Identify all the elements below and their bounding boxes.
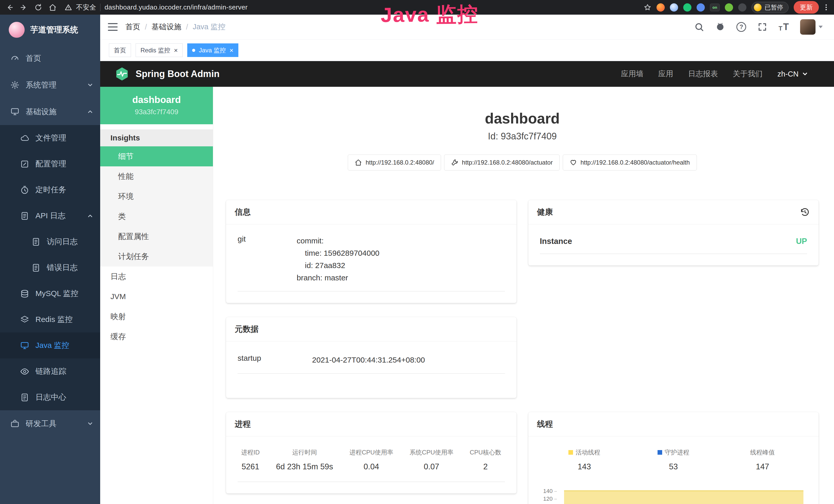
clock-icon (20, 185, 29, 194)
history-icon[interactable] (799, 207, 810, 217)
info-git-row: git commit: time: 1596289704000 id: 27aa… (238, 235, 505, 292)
browser-toolbar-right: 已暂停 更新 (644, 1, 828, 14)
forward-icon[interactable] (20, 4, 28, 11)
sba-nav-journal[interactable]: 日志报表 (688, 69, 718, 79)
sidebar-item-access-log[interactable]: 访问日志 (0, 229, 100, 255)
sba-brand[interactable]: Spring Boot Admin (114, 67, 220, 82)
tags-view-bar: 首页 Redis 监控 Java 监控 (100, 40, 834, 61)
app-title: 芋道管理系统 (30, 24, 78, 35)
sba-menu-config-props[interactable]: 配置属性 (100, 226, 213, 247)
stat-peak-threads: 线程峰值 147 (718, 448, 807, 472)
url-text[interactable]: dashboard.yudao.iocoder.cn/infra/admin-s… (105, 3, 248, 11)
user-menu[interactable] (800, 19, 823, 35)
profile-paused-badge[interactable]: 已暂停 (751, 2, 789, 13)
sba-instance-header[interactable]: dashboard 93a3fc7f7409 (100, 87, 213, 124)
sidebar-item-infra[interactable]: 基础设施 (0, 98, 100, 125)
sidebar-item-file[interactable]: 文件管理 (0, 125, 100, 151)
font-size-icon[interactable] (778, 22, 789, 31)
edit-icon (20, 159, 29, 169)
sidebar-item-log-center[interactable]: 日志中心 (0, 384, 100, 410)
document-icon (31, 263, 41, 272)
stat-uptime: 运行时间 6d 23h 15m 59s (276, 448, 333, 472)
extension-fox-icon[interactable] (657, 3, 665, 12)
sba-menu-logs[interactable]: 日志 (100, 267, 213, 287)
caret-down-icon (818, 26, 823, 28)
sidebar-item-home[interactable]: 首页 (0, 45, 100, 72)
address-bar[interactable]: 不安全 dashboard.yudao.iocoder.cn/infra/adm… (65, 3, 248, 12)
sba-nav-applications[interactable]: 应用 (658, 69, 673, 79)
card-title: 健康 (537, 207, 553, 217)
sidebar-item-system[interactable]: 系统管理 (0, 72, 100, 98)
sidebar-item-redis[interactable]: Redis 监控 (0, 306, 100, 333)
sidebar-item-job[interactable]: 定时任务 (0, 177, 100, 203)
extension-green-icon[interactable] (683, 3, 692, 12)
extension-dark-icon[interactable] (738, 3, 746, 12)
layers-icon (20, 315, 29, 324)
tab-java-monitor[interactable]: Java 监控 (187, 43, 238, 57)
sba-menu-classes[interactable]: 类 (100, 206, 213, 226)
process-card: 进程 进程ID 5261 运行时间 (226, 412, 517, 494)
search-icon[interactable] (694, 22, 704, 32)
home-icon[interactable] (49, 4, 57, 11)
fullscreen-icon[interactable] (758, 22, 767, 32)
threads-chart: 140 120 100 (540, 484, 807, 504)
sba-menu-mappings[interactable]: 映射 (100, 306, 213, 327)
tab-redis-monitor[interactable]: Redis 监控 (136, 43, 183, 57)
service-url-button[interactable]: http://192.168.0.2:48080/ (348, 155, 441, 170)
sba-locale-select[interactable]: zh-CN (777, 70, 808, 78)
breadcrumb-home[interactable]: 首页 (125, 22, 140, 32)
card-title: 信息 (235, 207, 251, 217)
stat-live-threads: 活动线程 143 (540, 448, 629, 472)
health-url-button[interactable]: http://192.168.0.2:48080/actuator/health (563, 155, 697, 170)
reload-icon[interactable] (35, 4, 42, 11)
instance-subtitle: Id: 93a3fc7f7409 (226, 131, 818, 142)
bookmark-star-icon[interactable] (644, 4, 651, 11)
back-icon[interactable] (6, 4, 13, 11)
spring-boot-admin-frame: Spring Boot Admin 应用墙 应用 日志报表 关于我们 zh-CN (100, 61, 834, 504)
app-logo-avatar (9, 22, 25, 38)
sba-main-content: dashboard Id: 93a3fc7f7409 http://192.16… (213, 87, 834, 504)
tab-home[interactable]: 首页 (109, 43, 131, 57)
app-logo-row[interactable]: 芋道管理系统 (0, 15, 100, 45)
instance-name: dashboard (103, 94, 211, 105)
extension-drop-icon[interactable] (670, 3, 678, 12)
actuator-url-button[interactable]: http://192.168.0.2:48080/actuator (444, 155, 560, 170)
profile-avatar-icon (754, 4, 762, 11)
browser-chrome: 不安全 dashboard.yudao.iocoder.cn/infra/adm… (0, 0, 834, 15)
sba-menu-environment[interactable]: 环境 (100, 186, 213, 206)
stat-process-cpu: 进程CPU使用率 0.04 (349, 448, 393, 472)
extension-grid-icon[interactable] (697, 3, 705, 12)
process-stats-row: 进程ID 5261 运行时间 6d 23h 15m 59s (238, 447, 505, 482)
sidebar-item-mysql[interactable]: MySQL 监控 (0, 281, 100, 306)
sba-menu-scheduled-tasks[interactable]: 计划任务 (100, 247, 213, 267)
breadcrumb-current: Java 监控 (193, 22, 225, 32)
extension-leaf-icon[interactable] (725, 3, 733, 12)
live-threads-area (564, 490, 804, 504)
sidebar-item-trace[interactable]: 链路追踪 (0, 359, 100, 384)
browser-menu-icon[interactable] (824, 4, 828, 10)
sidebar-item-api-log[interactable]: API 日志 (0, 203, 100, 229)
tab-close-icon[interactable] (229, 47, 234, 54)
browser-update-button[interactable]: 更新 (794, 1, 819, 14)
sba-menu-details[interactable]: 细节 (100, 146, 213, 166)
briefcase-icon (10, 419, 20, 428)
sba-nav-about[interactable]: 关于我们 (733, 69, 763, 79)
sba-menu-section-insights: Insights (100, 130, 213, 146)
sidebar-item-config[interactable]: 配置管理 (0, 151, 100, 177)
sidebar-item-error-log[interactable]: 错误日志 (0, 255, 100, 281)
github-icon[interactable] (715, 22, 725, 32)
sba-nav-wallboard[interactable]: 应用墙 (621, 69, 643, 79)
sidebar-item-java[interactable]: Java 监控 (0, 333, 100, 359)
metadata-startup-row: startup 2021-04-27T00:44:31.254+08:00 (238, 354, 505, 373)
extension-switch-on-icon[interactable] (710, 4, 720, 11)
sba-menu-jvm[interactable]: JVM (100, 287, 213, 306)
sidebar-item-devtools[interactable]: 研发工具 (0, 410, 100, 437)
help-icon[interactable] (737, 22, 746, 32)
sidebar-collapse-icon[interactable] (108, 23, 118, 31)
sba-menu-caches[interactable]: 缓存 (100, 327, 213, 347)
breadcrumb-infra[interactable]: 基础设施 (152, 22, 181, 32)
sba-menu-metrics[interactable]: 性能 (100, 166, 213, 186)
security-label[interactable]: 不安全 (76, 3, 96, 12)
sba-nav-links: 应用墙 应用 日志报表 关于我们 zh-CN (621, 69, 808, 79)
tab-close-icon[interactable] (174, 47, 178, 54)
